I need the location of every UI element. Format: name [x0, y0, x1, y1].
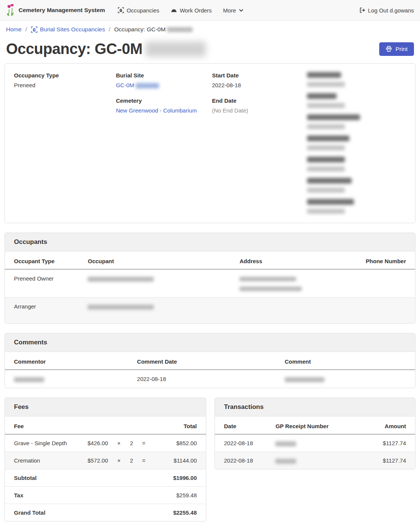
fee-equals-cell: =: [137, 452, 150, 469]
fee-price-cell: $572.00: [80, 452, 113, 469]
fee-equals-cell: =: [137, 434, 150, 452]
occupants-col-type: Occupant Type: [5, 251, 79, 269]
burial-site-link[interactable]: GC-0M: [116, 82, 159, 88]
comments-col-comment: Comment: [276, 352, 415, 370]
comment-cell: [276, 370, 415, 388]
breadcrumb-occupancies[interactable]: Burial Sites Occupancies: [31, 26, 105, 33]
tax-label: Tax: [5, 487, 150, 504]
comments-col-commentor: Commentor: [5, 352, 128, 370]
occupants-col-address: Address: [230, 251, 333, 269]
nav-item-occupancies[interactable]: Occupancies: [118, 7, 159, 14]
print-button-label: Print: [395, 46, 408, 52]
end-date-field: End Date (No End Date): [212, 97, 307, 114]
logout-link[interactable]: Log Out d.gowans: [359, 7, 414, 14]
subtotal-label: Subtotal: [5, 469, 150, 487]
end-date-value: (No End Date): [212, 107, 307, 114]
redacted-field: [307, 72, 406, 87]
start-date-field: Start Date 2022-08-18: [212, 72, 307, 88]
comments-table: Commentor Comment Date Comment 2022-08-1…: [5, 352, 415, 388]
redacted-field: [307, 114, 406, 129]
fees-card: Fees Fee Total Grave - Single Depth $426…: [5, 398, 206, 521]
cemetery-link[interactable]: New Greenwood - Columbarium: [116, 107, 197, 114]
logout-label: Log Out d.gowans: [368, 7, 414, 14]
breadcrumb-separator: /: [109, 26, 110, 33]
end-date-label: End Date: [212, 97, 307, 104]
fees-table: Fee Total Grave - Single Depth $426.00 ×…: [5, 416, 206, 521]
occupant-phone-cell: [333, 269, 415, 298]
detail-column-2: Burial Site GC-0M Cemetery New Greenwood…: [116, 72, 212, 214]
occupancy-detail-card: Occupancy Type Preneed Burial Site GC-0M…: [5, 63, 415, 223]
breadcrumb-current-label: Occupancy: GC-0M: [114, 26, 165, 33]
nav-item-work-orders[interactable]: Work Orders: [171, 7, 212, 14]
burial-site-label: Burial Site: [116, 72, 212, 79]
breadcrumb-home[interactable]: Home: [6, 26, 22, 33]
transactions-col-amount: Amount: [359, 416, 415, 434]
occupant-address-cell: [230, 269, 333, 298]
bottom-section: Fees Fee Total Grave - Single Depth $426…: [5, 398, 415, 522]
occupant-row: Preneed Owner: [5, 269, 415, 298]
fee-total-cell: $852.00: [150, 434, 206, 452]
subtotal-value: $1996.00: [150, 469, 206, 487]
redacted-field: [307, 93, 406, 108]
occupant-name-cell: [79, 298, 230, 324]
redacted-title-segment: [145, 42, 206, 57]
occupants-col-occupant: Occupant: [79, 251, 230, 269]
comment-date-cell: 2022-08-18: [128, 370, 276, 388]
fee-name-cell: Grave - Single Depth: [5, 434, 80, 452]
cemetery-field: Cemetery New Greenwood - Columbarium: [116, 97, 212, 114]
transaction-date-cell: 2022-08-18: [215, 452, 271, 469]
nav-item-label: More: [223, 7, 236, 14]
redacted-field: [307, 136, 406, 150]
transactions-header: Transactions: [215, 398, 415, 416]
transaction-date-cell: 2022-08-18: [215, 434, 271, 452]
occupant-phone-cell: [333, 298, 415, 324]
fee-row: Cremation $572.00 × 2 = $1144.00: [5, 452, 206, 469]
fee-total-cell: $1144.00: [150, 452, 206, 469]
transaction-receipt-cell: [271, 434, 359, 452]
title-row: Occupancy: GC-0M Print: [0, 37, 420, 63]
navbar-brand[interactable]: Cemetery Management System: [6, 4, 105, 16]
fees-header: Fees: [5, 398, 206, 416]
fee-qty-cell: 2: [125, 452, 137, 469]
commentor-cell: [5, 370, 128, 388]
detail-column-1: Occupancy Type Preneed: [14, 72, 116, 214]
fees-col-fee: Fee: [5, 416, 80, 434]
transactions-table: Date GP Receipt Number Amount 2022-08-18…: [215, 416, 415, 469]
occupants-card: Occupants Occupant Type Occupant Address…: [5, 233, 415, 324]
nav-item-label: Occupancies: [127, 7, 159, 14]
transaction-amount-cell: $1127.74: [359, 452, 415, 469]
print-button[interactable]: Print: [379, 42, 414, 56]
comments-card: Comments Commentor Comment Date Comment …: [5, 333, 415, 388]
fee-qty-cell: 2: [125, 434, 137, 452]
tulip-logo-icon: [6, 4, 15, 16]
transaction-row: 2022-08-18 $1127.74: [215, 452, 415, 469]
detail-column-3: Start Date 2022-08-18 End Date (No End D…: [212, 72, 307, 214]
top-navbar: Cemetery Management System Occupancies: [0, 0, 420, 21]
breadcrumb-separator: /: [25, 26, 27, 33]
occupants-table: Occupant Type Occupant Address Phone Num…: [5, 251, 415, 323]
nav-item-more[interactable]: More: [223, 7, 244, 14]
hardhat-icon: [171, 7, 177, 13]
nav-item-label: Work Orders: [180, 7, 212, 14]
cemetery-label: Cemetery: [116, 97, 212, 104]
transaction-receipt-cell: [271, 452, 359, 469]
occupant-name-cell: [79, 269, 230, 298]
occupancy-type-label: Occupancy Type: [14, 72, 116, 79]
brand-label: Cemetery Management System: [19, 7, 105, 14]
transaction-amount-cell: $1127.74: [359, 434, 415, 452]
comments-header: Comments: [5, 333, 415, 352]
fees-grand-total-row: Grand Total $2255.48: [5, 504, 206, 521]
breadcrumb-current: Occupancy: GC-0M: [114, 26, 193, 33]
redacted-field: [307, 157, 406, 171]
grand-total-value: $2255.48: [150, 504, 206, 521]
redacted-burial-site-segment: [136, 83, 159, 88]
occupants-col-phone: Phone Number: [333, 251, 415, 269]
transactions-col-date: Date: [215, 416, 271, 434]
fee-row: Grave - Single Depth $426.00 × 2 = $852.…: [5, 434, 206, 452]
fees-tax-row: Tax $259.48: [5, 487, 206, 504]
burial-site-link-text: GC-0M: [116, 82, 134, 88]
fee-times-cell: ×: [113, 452, 125, 469]
occupant-row: Arranger: [5, 298, 415, 324]
page-title-text: Occupancy: GC-0M: [6, 40, 142, 57]
detail-column-redacted: [307, 72, 406, 214]
